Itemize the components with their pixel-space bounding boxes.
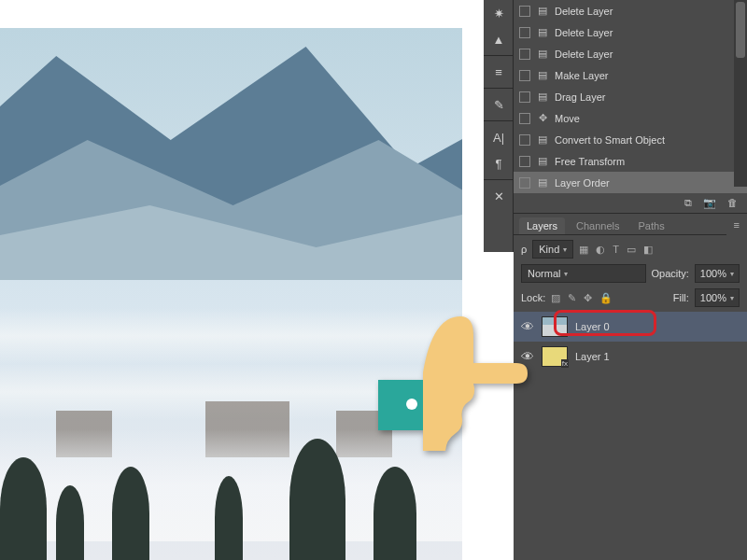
lock-transparent-icon[interactable]: ▨ [551, 292, 560, 304]
filter-adjust-icon[interactable]: ◐ [596, 244, 605, 256]
layer-thumbnail[interactable] [542, 316, 568, 337]
layer-icon: ▤ [536, 133, 549, 147]
right-panels: ▤Delete Layer▤Delete Layer▤Delete Layer▤… [514, 0, 747, 560]
tool-icon[interactable]: ¶ [484, 150, 514, 176]
history-toggle[interactable] [519, 6, 530, 17]
history-item-label: Drag Layer [555, 91, 741, 103]
layer-name[interactable]: Layer 1 [575, 351, 610, 362]
tool-icon[interactable]: ✕ [484, 183, 514, 209]
tab-paths[interactable]: Paths [631, 217, 672, 234]
history-item-label: Convert to Smart Object [555, 134, 741, 146]
fill-label: Fill: [673, 292, 689, 303]
history-item-label: Delete Layer [555, 27, 741, 38]
layer-icon: ▤ [536, 176, 549, 189]
history-item[interactable]: ▤Drag Layer [514, 86, 747, 107]
history-item[interactable]: ▤Layer Order [514, 172, 747, 193]
filter-shape-icon[interactable]: ▭ [627, 244, 636, 256]
layer-thumbnail[interactable] [542, 346, 568, 367]
tool-icon[interactable]: A| [484, 124, 514, 150]
layer-icon: ▤ [536, 91, 549, 104]
document-canvas[interactable] [0, 28, 462, 560]
panel-menu-icon[interactable]: ≡ [726, 216, 747, 234]
opacity-field[interactable]: 100%▾ [695, 264, 740, 283]
history-item-label: Delete Layer [555, 6, 741, 17]
history-toggle[interactable] [519, 27, 530, 38]
history-item[interactable]: ▤Delete Layer [514, 21, 747, 43]
history-item-label: Move [555, 113, 741, 124]
filter-pixel-icon[interactable]: ▦ [579, 244, 588, 256]
history-item-label: Layer Order [555, 177, 741, 189]
tool-icon[interactable]: ✷ [484, 0, 514, 26]
history-item[interactable]: ✥Move [514, 107, 747, 129]
history-item[interactable]: ▤Delete Layer [514, 43, 747, 64]
tool-icon[interactable]: ≡ [484, 59, 514, 85]
trash-icon[interactable]: 🗑 [727, 197, 738, 209]
layer-icon: ▤ [536, 26, 549, 39]
history-scrollbar[interactable] [734, 0, 747, 187]
history-toggle[interactable] [519, 177, 530, 189]
history-item-label: Make Layer [555, 70, 741, 81]
fill-field[interactable]: 100%▾ [695, 288, 740, 307]
blend-mode-select[interactable]: Normal▾ [521, 264, 646, 283]
history-toggle[interactable] [519, 91, 530, 103]
lock-pixels-icon[interactable]: ✎ [568, 292, 576, 304]
history-toggle[interactable] [519, 49, 530, 60]
history-item-label: Delete Layer [555, 49, 741, 60]
history-item-label: Free Transform [555, 156, 741, 167]
history-item[interactable]: ▤Make Layer [514, 64, 747, 86]
layer-icon: ▤ [536, 5, 549, 18]
filter-type-icon[interactable]: T [613, 244, 619, 256]
layer-icon: ▤ [536, 48, 549, 61]
lock-position-icon[interactable]: ✥ [584, 292, 592, 304]
opacity-label: Opacity: [652, 268, 689, 279]
history-toggle[interactable] [519, 156, 530, 167]
snapshot-icon[interactable]: 📷 [703, 197, 716, 209]
layer-name[interactable]: Layer 0 [575, 321, 610, 332]
layer-filter-kind[interactable]: Kind▾ [532, 240, 573, 259]
history-toggle[interactable] [519, 134, 530, 146]
visibility-eye-icon[interactable]: 👁 [521, 349, 534, 364]
lock-label: Lock: [521, 292, 545, 303]
move-icon: ✥ [536, 112, 549, 125]
history-item[interactable]: ▤Free Transform [514, 150, 747, 172]
layer-row[interactable]: 👁Layer 0 [514, 312, 747, 342]
tab-layers[interactable]: Layers [519, 217, 565, 234]
layers-tabs: LayersChannelsPaths [514, 214, 726, 235]
lock-all-icon[interactable]: 🔒 [599, 292, 613, 304]
layer-icon: ▤ [536, 69, 549, 82]
history-toggle[interactable] [519, 70, 530, 81]
tab-channels[interactable]: Channels [569, 217, 627, 234]
tool-icon[interactable]: ▲ [484, 26, 514, 52]
history-panel: ▤Delete Layer▤Delete Layer▤Delete Layer▤… [514, 0, 747, 214]
new-doc-icon[interactable]: ⧉ [684, 197, 692, 209]
layer-list: 👁Layer 0👁Layer 1 [514, 312, 747, 371]
panel-dock: ✷ ▲ ≡ ✎ A| ¶ ✕ [484, 0, 514, 252]
visibility-eye-icon[interactable]: 👁 [521, 319, 534, 334]
tool-icon[interactable]: ✎ [484, 91, 514, 118]
layer-icon: ▤ [536, 155, 549, 168]
history-item[interactable]: ▤Delete Layer [514, 0, 747, 21]
layer-row[interactable]: 👁Layer 1 [514, 342, 747, 371]
history-toggle[interactable] [519, 113, 530, 124]
history-item[interactable]: ▤Convert to Smart Object [514, 129, 747, 150]
filter-smart-icon[interactable]: ◧ [643, 244, 653, 256]
layers-panel: LayersChannelsPaths ≡ ρ Kind▾ ▦ ◐ T ▭ ◧ [514, 214, 747, 371]
